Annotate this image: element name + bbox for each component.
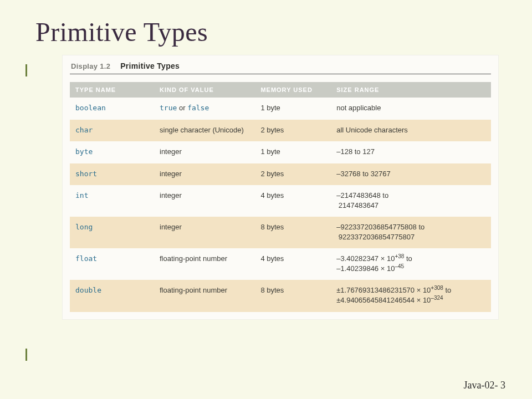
- slide: Primitive Types Display 1.2 Primitive Ty…: [0, 0, 532, 399]
- type-keyword: boolean: [75, 104, 106, 112]
- cell-range: ±1.76769313486231570 × 10+308 to±4.94065…: [331, 280, 491, 311]
- col-header-range: SIZE RANGE: [331, 82, 491, 98]
- cell-type-name: float: [70, 248, 154, 280]
- cell-range: –2147483648 to 2147483647: [331, 185, 491, 217]
- cell-type-name: byte: [70, 141, 154, 163]
- table-row: booleantrue or false1 bytenot applicable: [70, 98, 491, 120]
- col-header-type: TYPE NAME: [70, 82, 154, 98]
- cell-kind: single character (Unicode): [154, 120, 255, 142]
- cell-range: –128 to 127: [331, 141, 491, 163]
- cell-range: –32768 to 32767: [331, 163, 491, 186]
- cell-memory: 2 bytes: [255, 120, 331, 142]
- cell-type-name: short: [70, 163, 154, 186]
- display-label: Display 1.2: [71, 62, 110, 70]
- cell-type-name: long: [70, 217, 154, 248]
- cell-type-name: char: [70, 120, 154, 142]
- cell-kind: integer: [154, 163, 255, 186]
- type-keyword: byte: [75, 147, 93, 156]
- slide-footer: Java-02- 3: [464, 380, 505, 391]
- accent-bar-bottom: [25, 349, 27, 361]
- type-keyword: double: [75, 286, 101, 294]
- table-row: intinteger4 bytes–2147483648 to 21474836…: [70, 185, 491, 217]
- cell-kind: integer: [154, 185, 255, 217]
- cell-kind: floating-point number: [154, 248, 255, 280]
- table-row: doublefloating-point number8 bytes±1.767…: [70, 280, 491, 311]
- cell-memory: 8 bytes: [255, 217, 331, 248]
- page-title: Primitive Types: [35, 17, 510, 47]
- cell-type-name: double: [70, 280, 154, 311]
- accent-bar-top: [25, 64, 27, 76]
- type-keyword: long: [75, 223, 93, 231]
- cell-range: –3.40282347 × 10+38 to–1.40239846 × 10–4…: [331, 248, 491, 280]
- table-header-row: TYPE NAME KIND OF VALUE MEMORY USED SIZE…: [70, 82, 491, 98]
- col-header-kind: KIND OF VALUE: [154, 82, 255, 98]
- cell-memory: 1 byte: [255, 141, 331, 163]
- display-heading: Display 1.2 Primitive Types: [70, 60, 491, 74]
- cell-memory: 8 bytes: [255, 280, 331, 311]
- display-title: Primitive Types: [120, 62, 180, 70]
- table-row: byteinteger1 byte–128 to 127: [70, 141, 491, 163]
- type-keyword: char: [75, 126, 93, 134]
- cell-memory: 4 bytes: [255, 248, 331, 280]
- table-row: longinteger8 bytes–9223372036854775808 t…: [70, 217, 491, 248]
- cell-kind: floating-point number: [154, 280, 255, 311]
- cell-memory: 2 bytes: [255, 163, 331, 186]
- cell-range: not applicable: [331, 98, 491, 120]
- cell-range: all Unicode characters: [331, 120, 491, 142]
- cell-range: –9223372036854775808 to 9223372036854775…: [331, 217, 491, 248]
- type-keyword: short: [75, 170, 97, 178]
- table-row: charsingle character (Unicode)2 bytesall…: [70, 120, 491, 142]
- cell-type-name: int: [70, 185, 154, 217]
- cell-kind: true or false: [154, 98, 255, 120]
- table-row: shortinteger2 bytes–32768 to 32767: [70, 163, 491, 186]
- table-panel: Display 1.2 Primitive Types TYPE NAME KI…: [62, 55, 499, 320]
- type-keyword: int: [75, 191, 88, 200]
- table-row: floatfloating-point number4 bytes–3.4028…: [70, 248, 491, 280]
- cell-memory: 1 byte: [255, 98, 331, 120]
- cell-type-name: boolean: [70, 98, 154, 120]
- primitive-types-table: TYPE NAME KIND OF VALUE MEMORY USED SIZE…: [70, 82, 491, 312]
- cell-memory: 4 bytes: [255, 185, 331, 217]
- col-header-mem: MEMORY USED: [255, 82, 331, 98]
- cell-kind: integer: [154, 141, 255, 163]
- type-keyword: float: [75, 254, 97, 263]
- cell-kind: integer: [154, 217, 255, 248]
